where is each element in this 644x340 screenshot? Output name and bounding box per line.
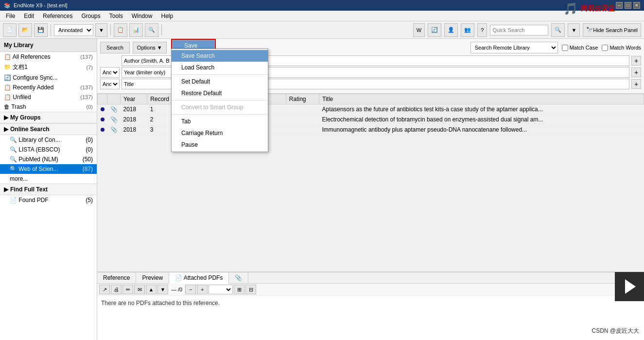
row2-title: Electrochemical detection of tobramycin … bbox=[319, 115, 644, 125]
menu-window[interactable]: Window bbox=[128, 12, 157, 20]
new-button[interactable]: 📄 bbox=[3, 23, 17, 37]
zoom-out-btn[interactable]: − bbox=[185, 285, 196, 294]
menu-restore-default[interactable]: Restore Default bbox=[172, 87, 268, 99]
style-select[interactable]: Annotated bbox=[54, 24, 93, 36]
menu-pause[interactable]: Pause bbox=[172, 139, 268, 151]
col-rating[interactable]: Rating bbox=[286, 94, 319, 104]
refresh-button[interactable]: 🔄 bbox=[428, 23, 441, 37]
video-widget[interactable] bbox=[615, 272, 644, 301]
collapse-icon-mygroups: ▶ bbox=[4, 114, 8, 121]
options-button[interactable]: Options ▼ bbox=[133, 42, 167, 53]
quick-search-input[interactable] bbox=[490, 25, 548, 35]
pdf-up-btn[interactable]: ▲ bbox=[146, 285, 157, 294]
row1-dot bbox=[98, 104, 107, 115]
all-refs-icon: 📋 bbox=[4, 53, 11, 60]
open-button[interactable]: 📂 bbox=[18, 23, 32, 37]
title-bar-controls[interactable]: ─ □ ✕ bbox=[616, 2, 640, 9]
col-title[interactable]: Title bbox=[319, 94, 644, 104]
menu-tab[interactable]: Tab bbox=[172, 116, 268, 127]
menu-file[interactable]: File bbox=[2, 12, 19, 20]
style-down[interactable]: ▼ bbox=[95, 23, 107, 37]
play-icon bbox=[625, 279, 636, 294]
connector-3[interactable]: And bbox=[100, 79, 120, 89]
row1-title: Aptasensors as the future of antibiotics… bbox=[319, 104, 644, 115]
add-row-1-button[interactable]: + bbox=[631, 56, 641, 66]
sidebar-item-unfiled[interactable]: 📋 Unfiled (137) bbox=[0, 92, 97, 102]
search-value-3[interactable] bbox=[221, 79, 629, 89]
section-find-full-text[interactable]: ▶ Find Full Text bbox=[0, 184, 97, 195]
sidebar: My Library 📋 All References (137) 📁 文档1 … bbox=[0, 39, 97, 340]
pdf-icon: 📄 bbox=[10, 197, 17, 204]
unfiled-icon: 📋 bbox=[4, 94, 11, 101]
W-button[interactable]: W bbox=[413, 23, 425, 37]
maximize-button[interactable]: □ bbox=[625, 2, 631, 9]
pdf-email-btn[interactable]: ✉ bbox=[134, 285, 145, 294]
pdf-annotate-btn[interactable]: ✏ bbox=[122, 285, 133, 294]
menu-references[interactable]: References bbox=[39, 12, 76, 20]
section-online-search[interactable]: ▶ Online Search bbox=[0, 123, 97, 135]
menu-edit[interactable]: Edit bbox=[20, 12, 38, 20]
sidebar-item-all-references[interactable]: 📋 All References (137) bbox=[0, 52, 97, 62]
sidebar-item-wos[interactable]: 🔍 Web of Scien... (87) bbox=[0, 164, 97, 174]
connector-2[interactable]: And bbox=[100, 67, 120, 78]
minimize-button[interactable]: ─ bbox=[616, 2, 623, 9]
row2-rating bbox=[286, 115, 319, 125]
tab-preview[interactable]: Preview bbox=[136, 272, 169, 283]
add-row-3-button[interactable]: + bbox=[631, 79, 641, 89]
sidebar-item-found-pdf[interactable]: 📄 Found PDF (5) bbox=[0, 195, 97, 205]
save-button[interactable]: 💾 bbox=[34, 23, 48, 37]
hide-search-panel-button[interactable]: 🔭 Hide Search Panel bbox=[583, 23, 641, 37]
zoom-in-btn[interactable]: + bbox=[197, 285, 208, 294]
sidebar-item-sync[interactable]: 🔄 Configure Sync... bbox=[0, 73, 97, 83]
section-my-groups[interactable]: ▶ My Groups bbox=[0, 112, 97, 123]
menu-sep3 bbox=[172, 114, 268, 115]
toolbar-btn3[interactable]: 🔍 bbox=[145, 23, 158, 37]
add-row-2-button[interactable]: + bbox=[631, 68, 641, 77]
search-go-button[interactable]: 🔍 bbox=[551, 23, 565, 37]
pdf-open-btn[interactable]: ↗ bbox=[99, 285, 110, 294]
sidebar-item-loc[interactable]: 🔍 Library of Con... (0) bbox=[0, 135, 97, 145]
sidebar-item-recently-added[interactable]: 📋 Recently Added (137) bbox=[0, 83, 97, 92]
col-year[interactable]: Year bbox=[121, 94, 147, 104]
content-area: Search Options ▼ Search Remote Library M… bbox=[97, 39, 644, 340]
tab-paperclip[interactable]: 📎 bbox=[229, 272, 248, 283]
search-value-2[interactable] bbox=[221, 67, 629, 78]
spread-btn[interactable]: ⊟ bbox=[245, 285, 256, 294]
pubmed-icon: 🔍 bbox=[10, 156, 17, 163]
sidebar-item-lista[interactable]: 🔍 LISTA (EBSCO) (0) bbox=[0, 145, 97, 154]
zoom-select[interactable] bbox=[209, 285, 233, 294]
pdf-print-btn[interactable]: 🖨 bbox=[111, 285, 122, 294]
toolbar-btn1[interactable]: 📋 bbox=[114, 23, 127, 37]
fit-btn[interactable]: ⊞ bbox=[234, 285, 244, 294]
sync-button[interactable]: 👤 bbox=[444, 23, 458, 37]
tab-attached-pdfs[interactable]: 📄 Attached PDFs bbox=[169, 272, 229, 284]
menu-carriage-return[interactable]: Carriage Return bbox=[172, 127, 268, 139]
col-clip[interactable] bbox=[107, 94, 121, 104]
toolbar-btn4[interactable]: 👥 bbox=[461, 23, 474, 37]
sidebar-item-trash[interactable]: 🗑 Trash (0) bbox=[0, 102, 97, 112]
search-button[interactable]: Search bbox=[100, 42, 130, 53]
match-case-checkbox[interactable] bbox=[562, 45, 568, 51]
csdn-watermark: CSDN @皮匠大大 bbox=[592, 327, 639, 335]
menu-groups[interactable]: Groups bbox=[77, 12, 104, 20]
sidebar-item-pubmed[interactable]: 🔍 PubMed (NLM) (50) bbox=[0, 154, 97, 164]
pdf-down-btn[interactable]: ▼ bbox=[157, 285, 168, 294]
tab-reference[interactable]: Reference bbox=[97, 272, 136, 283]
sidebar-item-more[interactable]: more... bbox=[0, 174, 97, 184]
sidebar-item-doc1[interactable]: 📁 文档1 (7) bbox=[0, 62, 97, 73]
col-dot[interactable] bbox=[98, 94, 107, 104]
menu-load-search[interactable]: Load Search bbox=[172, 62, 268, 73]
search-dropdown[interactable]: ▼ bbox=[568, 23, 580, 37]
menu-tools[interactable]: Tools bbox=[105, 12, 127, 20]
menu-help[interactable]: Help bbox=[157, 12, 177, 20]
menu-save-search[interactable]: Save Search bbox=[172, 50, 268, 62]
help-button[interactable]: ? bbox=[477, 23, 487, 37]
remote-library-select[interactable]: Search Remote Library bbox=[470, 42, 558, 53]
title-bar: 📚 EndNote X9 - [test.enl] ─ □ ✕ bbox=[0, 0, 644, 11]
sep1 bbox=[51, 24, 51, 36]
toolbar-btn2[interactable]: 📊 bbox=[129, 23, 143, 37]
search-value-1[interactable] bbox=[221, 55, 629, 66]
menu-set-default[interactable]: Set Default bbox=[172, 76, 268, 87]
match-words-checkbox[interactable] bbox=[602, 45, 608, 51]
close-button[interactable]: ✕ bbox=[633, 2, 640, 9]
